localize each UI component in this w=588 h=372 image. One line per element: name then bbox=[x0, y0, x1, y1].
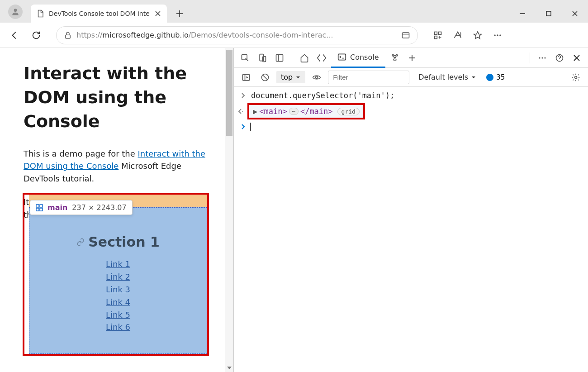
svg-point-29 bbox=[575, 76, 577, 78]
favorite-icon[interactable] bbox=[469, 26, 487, 44]
page-icon bbox=[36, 10, 44, 18]
svg-point-20 bbox=[392, 54, 394, 56]
link-item[interactable]: Link 4 bbox=[29, 296, 207, 309]
link-item[interactable]: Link 6 bbox=[29, 321, 207, 334]
console-input-row: document.querySelector('main'); bbox=[234, 90, 588, 101]
svg-point-28 bbox=[316, 76, 318, 78]
svg-rect-13 bbox=[40, 208, 43, 211]
element-highlight-overlay: Section 1 Link 1 Link 2 Link 3 Link 4 Li… bbox=[23, 193, 209, 356]
minimize-button[interactable] bbox=[509, 5, 536, 23]
svg-rect-26 bbox=[243, 74, 250, 80]
anchor-icon bbox=[76, 238, 85, 246]
titlebar: DevTools Console tool DOM inte bbox=[0, 0, 588, 23]
svg-rect-1 bbox=[546, 11, 551, 16]
element-tooltip: main 237 × 2243.07 bbox=[30, 200, 133, 215]
more-icon[interactable] bbox=[488, 26, 507, 44]
input-arrow-icon bbox=[241, 93, 247, 98]
link-item[interactable]: Link 1 bbox=[29, 258, 207, 271]
cursor bbox=[250, 123, 251, 131]
svg-rect-11 bbox=[40, 205, 43, 207]
link-item[interactable]: Link 5 bbox=[29, 309, 207, 321]
console-log[interactable]: document.querySelector('main'); ▶ <main>… bbox=[234, 87, 588, 135]
read-aloud-icon[interactable] bbox=[449, 26, 467, 44]
help-icon[interactable] bbox=[552, 50, 567, 66]
svg-point-8 bbox=[497, 34, 498, 36]
console-tab-label: Console bbox=[350, 53, 379, 62]
address-bar[interactable]: https://microsoftedge.github.io/Demos/de… bbox=[56, 26, 418, 44]
close-window-button[interactable] bbox=[562, 5, 588, 23]
browser-tab[interactable]: DevTools Console tool DOM inte bbox=[31, 5, 167, 23]
svg-point-23 bbox=[541, 57, 543, 58]
devtools-tabbar: Console bbox=[234, 48, 588, 68]
tab-title: DevTools Console tool DOM inte bbox=[49, 10, 150, 17]
scrollbar-thumb[interactable] bbox=[226, 50, 232, 136]
section-links: Link 1 Link 2 Link 3 Link 4 Link 5 Link … bbox=[29, 258, 207, 334]
live-expression-icon[interactable] bbox=[309, 70, 324, 85]
sources-tab-icon[interactable] bbox=[387, 50, 403, 66]
svg-rect-4 bbox=[435, 32, 437, 34]
clear-console-icon[interactable] bbox=[257, 70, 273, 85]
devtools-panel: Console top Default levels bbox=[233, 48, 588, 372]
log-levels-selector[interactable]: Default levels bbox=[418, 73, 476, 81]
console-tab[interactable]: Console bbox=[331, 48, 385, 68]
link-item[interactable]: Link 3 bbox=[29, 283, 207, 296]
page-viewport: Interact with the DOM using the Console … bbox=[0, 48, 233, 372]
refresh-button[interactable] bbox=[27, 26, 45, 44]
svg-point-21 bbox=[396, 54, 397, 56]
expand-icon[interactable]: ▶ bbox=[253, 107, 257, 116]
devtools-close-icon[interactable] bbox=[569, 50, 584, 66]
back-button[interactable] bbox=[5, 26, 24, 44]
content-area: Interact with the DOM using the Console … bbox=[0, 48, 588, 372]
svg-rect-18 bbox=[338, 54, 346, 60]
ellipsis-icon[interactable]: ⋯ bbox=[289, 108, 299, 115]
collections-icon[interactable] bbox=[429, 26, 447, 44]
url-text: https://microsoftedge.github.io/Demos/de… bbox=[76, 31, 397, 39]
svg-rect-2 bbox=[66, 35, 71, 38]
grid-badge[interactable]: grid bbox=[337, 108, 360, 115]
issues-counter[interactable]: 35 bbox=[486, 73, 505, 81]
intro-paragraph: This is a demo page for the Interact wit… bbox=[24, 148, 210, 186]
add-tab-icon[interactable] bbox=[404, 50, 420, 66]
svg-rect-6 bbox=[435, 36, 437, 38]
svg-point-22 bbox=[539, 57, 540, 58]
svg-rect-10 bbox=[36, 205, 39, 207]
svg-rect-17 bbox=[276, 54, 283, 61]
console-result-node[interactable]: ▶ <main> ⋯ </main> grid bbox=[247, 103, 365, 119]
console-input-code: document.querySelector('main'); bbox=[251, 91, 394, 100]
reader-icon[interactable] bbox=[401, 31, 410, 40]
link-item[interactable]: Link 2 bbox=[29, 271, 207, 283]
output-arrow-icon bbox=[234, 109, 247, 114]
maximize-button[interactable] bbox=[536, 5, 562, 23]
new-tab-button[interactable] bbox=[172, 6, 187, 21]
svg-point-24 bbox=[544, 57, 545, 58]
svg-rect-5 bbox=[439, 32, 441, 34]
inspect-icon[interactable] bbox=[237, 50, 253, 66]
scrollbar[interactable] bbox=[225, 48, 233, 372]
svg-point-0 bbox=[14, 9, 17, 12]
page-heading: Interact with the DOM using the Console bbox=[24, 62, 210, 134]
svg-point-7 bbox=[494, 34, 496, 36]
sidebar-toggle-icon[interactable] bbox=[238, 70, 254, 85]
context-selector[interactable]: top bbox=[276, 71, 305, 83]
filter-input[interactable] bbox=[328, 71, 409, 84]
dock-icon[interactable] bbox=[272, 50, 287, 66]
profile-avatar[interactable] bbox=[8, 5, 23, 19]
tab-close-icon[interactable] bbox=[154, 10, 161, 17]
tooltip-tag: main bbox=[47, 203, 67, 212]
issues-dot-icon bbox=[486, 74, 493, 81]
console-prompt-row[interactable] bbox=[234, 121, 588, 132]
scrollbar-down-icon[interactable] bbox=[226, 365, 232, 371]
browser-toolbar: https://microsoftedge.github.io/Demos/de… bbox=[0, 23, 588, 48]
devtools-more-icon[interactable] bbox=[535, 50, 550, 66]
grid-icon bbox=[36, 204, 43, 211]
svg-point-19 bbox=[394, 55, 396, 57]
section-heading: Section 1 bbox=[76, 234, 160, 250]
elements-tab-icon[interactable] bbox=[314, 50, 329, 66]
device-icon[interactable] bbox=[255, 50, 270, 66]
welcome-tab-icon[interactable] bbox=[297, 50, 312, 66]
svg-point-9 bbox=[499, 34, 501, 36]
lock-icon bbox=[64, 31, 72, 39]
prompt-arrow-icon bbox=[241, 124, 246, 129]
content-overlay: Section 1 Link 1 Link 2 Link 3 Link 4 Li… bbox=[29, 207, 207, 354]
console-settings-icon[interactable] bbox=[568, 70, 583, 85]
